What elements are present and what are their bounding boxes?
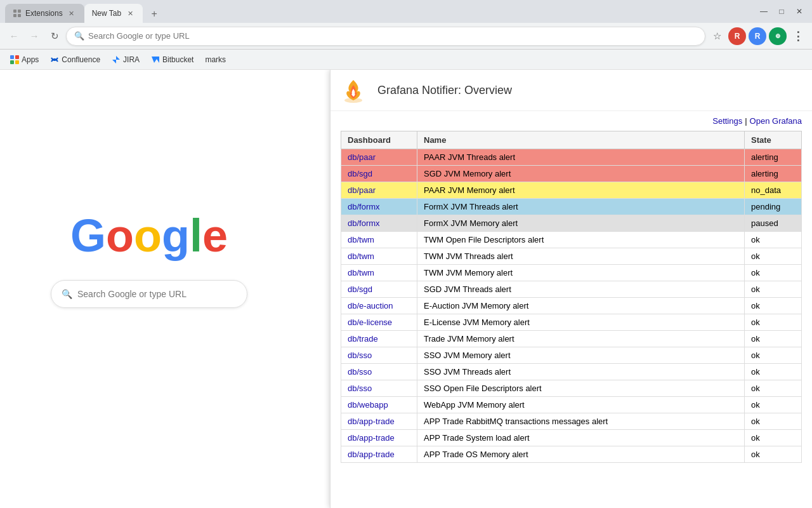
refresh-button[interactable]: ↻ [46, 27, 63, 45]
profile-icon-2[interactable]: R [749, 27, 766, 45]
dashboard-link[interactable]: db/paar [348, 152, 376, 162]
dashboard-link[interactable]: db/sso [348, 367, 372, 377]
bookmark-marks-label: marks [205, 55, 226, 64]
cell-name: APP Trade OS Memory alert [417, 446, 745, 463]
search-input[interactable] [77, 289, 237, 299]
search-box[interactable]: 🔍 [51, 280, 247, 308]
dashboard-link[interactable]: db/sso [348, 351, 372, 360]
table-row: db/e-auctionE-Auction JVM Memory alertok [341, 298, 802, 314]
cell-state: alerting [745, 149, 802, 166]
dashboard-link[interactable]: db/e-auction [348, 301, 393, 311]
cell-name: SSO JVM Threads alert [417, 364, 745, 380]
cell-state: ok [745, 232, 802, 248]
tab-new-tab-close[interactable]: ✕ [125, 8, 135, 18]
cell-name: TWM JVM Memory alert [417, 265, 745, 281]
cell-dashboard: db/e-auction [341, 298, 417, 314]
forward-button[interactable]: → [25, 27, 43, 45]
bookmark-apps[interactable]: Apps [5, 53, 44, 67]
cell-state: ok [745, 248, 802, 265]
extensions-icon [13, 9, 22, 18]
cell-dashboard: db/app-trade [341, 446, 417, 463]
dashboard-link[interactable]: db/app-trade [348, 417, 395, 426]
address-input[interactable] [88, 31, 697, 41]
cell-name: SSO Open File Descriptors alert [417, 380, 745, 397]
grafana-table: Dashboard Name State db/paarPAAR JVM Thr… [341, 131, 802, 463]
table-row: db/app-tradeAPP Trade OS Memory alertok [341, 446, 802, 463]
logo-letter-e: e [202, 210, 228, 262]
bookmark-apps-label: Apps [22, 55, 39, 64]
dashboard-link[interactable]: db/twm [348, 251, 374, 261]
svg-rect-3 [18, 14, 21, 17]
cell-state: ok [745, 314, 802, 331]
close-button[interactable]: ✕ [792, 4, 807, 19]
table-row: db/ssoSSO Open File Descriptors alertok [341, 380, 802, 397]
cell-dashboard: db/webapp [341, 397, 417, 413]
svg-rect-0 [13, 10, 16, 13]
cell-name: PAAR JVM Threads alert [417, 149, 745, 166]
cell-state: ok [745, 446, 802, 463]
profile-icon-3[interactable]: ⊕ [769, 27, 787, 45]
bookmark-bitbucket[interactable]: Bitbucket [146, 53, 199, 67]
profile-icon-1[interactable]: R [728, 27, 746, 45]
tab-new-tab[interactable]: New Tab ✕ [84, 4, 143, 23]
bookmark-marks[interactable]: marks [200, 53, 231, 67]
cell-dashboard: db/sso [341, 347, 417, 364]
dashboard-link[interactable]: db/twm [348, 235, 374, 244]
menu-icon[interactable]: ⋮ [789, 27, 807, 45]
cell-name: SGD JVM Memory alert [417, 166, 745, 182]
dashboard-link[interactable]: db/formx [348, 218, 380, 228]
table-row: db/sgdSGD JVM Threads alertok [341, 281, 802, 298]
bookmark-confluence[interactable]: Confluence [45, 53, 105, 67]
cell-dashboard: db/twm [341, 232, 417, 248]
col-name: Name [417, 131, 745, 149]
settings-link[interactable]: Settings [712, 116, 742, 126]
dashboard-link[interactable]: db/paar [348, 185, 376, 195]
cell-dashboard: db/app-trade [341, 413, 417, 430]
dashboard-link[interactable]: db/sgd [348, 284, 372, 294]
logo-letter-g: G [70, 210, 106, 262]
dashboard-link[interactable]: db/webapp [348, 400, 388, 410]
cell-state: ok [745, 298, 802, 314]
cell-state: ok [745, 413, 802, 430]
back-button[interactable]: ← [5, 27, 23, 45]
cell-name: FormX JVM Memory alert [417, 215, 745, 232]
tab-extensions-close[interactable]: ✕ [67, 8, 77, 18]
dashboard-link[interactable]: db/app-trade [348, 433, 395, 443]
search-box-icon: 🔍 [62, 289, 72, 299]
cell-name: APP Trade RabbitMQ transactions messages… [417, 413, 745, 430]
dashboard-link[interactable]: db/app-trade [348, 450, 395, 459]
bookmark-star-icon[interactable]: ☆ [708, 27, 726, 45]
dashboard-link[interactable]: db/sgd [348, 169, 372, 178]
cell-state: ok [745, 265, 802, 281]
bookmark-jira[interactable]: JIRA [107, 53, 145, 67]
maximize-button[interactable]: □ [774, 4, 789, 19]
cell-dashboard: db/twm [341, 265, 417, 281]
cell-state: alerting [745, 166, 802, 182]
new-tab-button[interactable]: + [145, 5, 163, 23]
new-tab-page: G o o g l e 🔍 [0, 70, 298, 508]
minimize-button[interactable]: — [756, 4, 771, 19]
dashboard-link[interactable]: db/twm [348, 268, 374, 277]
cell-dashboard: db/sso [341, 380, 417, 397]
svg-rect-4 [10, 55, 14, 59]
table-row: db/ssoSSO JVM Memory alertok [341, 347, 802, 364]
grafana-title: Grafana Notifier: Overview [377, 84, 512, 97]
table-row: db/formxFormX JVM Threads alertpending [341, 199, 802, 215]
bookmark-bitbucket-label: Bitbucket [162, 55, 193, 64]
bitbucket-icon [151, 55, 160, 64]
cell-dashboard: db/formx [341, 199, 417, 215]
dashboard-link[interactable]: db/sso [348, 384, 372, 393]
cell-state: ok [745, 380, 802, 397]
dashboard-link[interactable]: db/e-license [348, 318, 392, 327]
dashboard-link[interactable]: db/formx [348, 202, 380, 211]
cell-name: TWM JVM Threads alert [417, 248, 745, 265]
cell-name: Trade JVM Memory alert [417, 331, 745, 347]
cell-name: TWM Open File Descriptors alert [417, 232, 745, 248]
tab-new-tab-label: New Tab [92, 9, 121, 18]
cell-state: ok [745, 397, 802, 413]
dashboard-link[interactable]: db/trade [348, 334, 378, 344]
tab-extensions[interactable]: Extensions ✕ [5, 4, 84, 23]
table-row: db/tradeTrade JVM Memory alertok [341, 331, 802, 347]
svg-rect-7 [15, 60, 19, 64]
open-grafana-link[interactable]: Open Grafana [750, 116, 802, 126]
